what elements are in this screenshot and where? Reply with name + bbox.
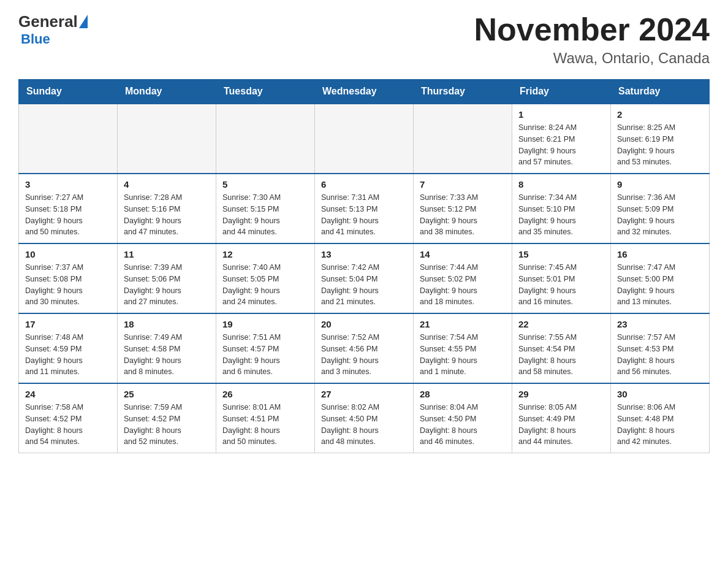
day-number: 19 (222, 319, 308, 329)
day-info: Sunrise: 7:47 AMSunset: 5:00 PMDaylight:… (617, 262, 703, 308)
calendar-day-cell: 18Sunrise: 7:49 AMSunset: 4:58 PMDayligh… (118, 313, 216, 383)
day-info: Sunrise: 8:04 AMSunset: 4:50 PMDaylight:… (420, 402, 506, 448)
day-number: 12 (222, 249, 308, 259)
day-number: 26 (222, 389, 308, 399)
day-number: 9 (617, 179, 703, 190)
calendar-day-cell: 27Sunrise: 8:02 AMSunset: 4:50 PMDayligh… (315, 383, 414, 453)
day-number: 22 (518, 319, 604, 329)
calendar-day-cell (118, 104, 216, 174)
day-info: Sunrise: 8:24 AMSunset: 6:21 PMDaylight:… (518, 122, 604, 168)
day-number: 23 (617, 319, 703, 329)
day-info: Sunrise: 7:57 AMSunset: 4:53 PMDaylight:… (617, 332, 703, 378)
day-number: 1 (518, 109, 604, 120)
logo: General Blue (18, 12, 88, 47)
calendar-day-cell: 13Sunrise: 7:42 AMSunset: 5:04 PMDayligh… (315, 243, 414, 313)
calendar-day-header: Tuesday (216, 80, 315, 104)
day-number: 29 (518, 389, 604, 399)
calendar-week-row: 24Sunrise: 7:58 AMSunset: 4:52 PMDayligh… (19, 383, 710, 453)
day-number: 8 (518, 179, 604, 190)
day-info: Sunrise: 7:55 AMSunset: 4:54 PMDaylight:… (518, 332, 604, 378)
day-info: Sunrise: 7:48 AMSunset: 4:59 PMDaylight:… (25, 332, 111, 378)
day-info: Sunrise: 8:25 AMSunset: 6:19 PMDaylight:… (617, 122, 703, 168)
title-block: November 2024 Wawa, Ontario, Canada (474, 12, 710, 67)
day-info: Sunrise: 7:31 AMSunset: 5:13 PMDaylight:… (321, 192, 407, 238)
calendar-table: SundayMondayTuesdayWednesdayThursdayFrid… (18, 79, 710, 453)
day-number: 11 (124, 249, 210, 259)
calendar-day-cell (414, 104, 512, 174)
day-info: Sunrise: 7:36 AMSunset: 5:09 PMDaylight:… (617, 192, 703, 238)
day-number: 20 (321, 319, 407, 329)
day-number: 6 (321, 179, 407, 190)
calendar-day-cell: 23Sunrise: 7:57 AMSunset: 4:53 PMDayligh… (611, 313, 710, 383)
calendar-day-cell: 7Sunrise: 7:33 AMSunset: 5:12 PMDaylight… (414, 174, 512, 243)
calendar-day-cell: 9Sunrise: 7:36 AMSunset: 5:09 PMDaylight… (611, 174, 710, 243)
logo-blue-text: Blue (21, 31, 88, 47)
calendar-day-cell: 28Sunrise: 8:04 AMSunset: 4:50 PMDayligh… (414, 383, 512, 453)
day-number: 10 (25, 249, 111, 259)
calendar-day-cell: 16Sunrise: 7:47 AMSunset: 5:00 PMDayligh… (611, 243, 710, 313)
day-info: Sunrise: 7:49 AMSunset: 4:58 PMDaylight:… (124, 332, 210, 378)
day-number: 25 (124, 389, 210, 399)
calendar-day-cell: 4Sunrise: 7:28 AMSunset: 5:16 PMDaylight… (118, 174, 216, 243)
calendar-day-cell: 3Sunrise: 7:27 AMSunset: 5:18 PMDaylight… (19, 174, 118, 243)
day-number: 28 (420, 389, 506, 399)
day-info: Sunrise: 7:33 AMSunset: 5:12 PMDaylight:… (420, 192, 506, 238)
calendar-week-row: 1Sunrise: 8:24 AMSunset: 6:21 PMDaylight… (19, 104, 710, 174)
page-header: General Blue November 2024 Wawa, Ontario… (18, 12, 710, 67)
calendar-day-cell: 1Sunrise: 8:24 AMSunset: 6:21 PMDaylight… (512, 104, 611, 174)
logo-triangle-icon (79, 15, 88, 28)
calendar-day-cell: 14Sunrise: 7:44 AMSunset: 5:02 PMDayligh… (414, 243, 512, 313)
day-info: Sunrise: 7:30 AMSunset: 5:15 PMDaylight:… (222, 192, 308, 238)
day-number: 27 (321, 389, 407, 399)
calendar-day-cell: 22Sunrise: 7:55 AMSunset: 4:54 PMDayligh… (512, 313, 611, 383)
calendar-day-header: Thursday (414, 80, 512, 104)
day-info: Sunrise: 7:40 AMSunset: 5:05 PMDaylight:… (222, 262, 308, 308)
day-number: 17 (25, 319, 111, 329)
calendar-day-cell: 21Sunrise: 7:54 AMSunset: 4:55 PMDayligh… (414, 313, 512, 383)
day-number: 18 (124, 319, 210, 329)
calendar-day-cell: 5Sunrise: 7:30 AMSunset: 5:15 PMDaylight… (216, 174, 315, 243)
calendar-day-cell: 12Sunrise: 7:40 AMSunset: 5:05 PMDayligh… (216, 243, 315, 313)
day-info: Sunrise: 8:06 AMSunset: 4:48 PMDaylight:… (617, 402, 703, 448)
calendar-day-cell: 24Sunrise: 7:58 AMSunset: 4:52 PMDayligh… (19, 383, 118, 453)
day-info: Sunrise: 8:01 AMSunset: 4:51 PMDaylight:… (222, 402, 308, 448)
calendar-day-header: Monday (118, 80, 216, 104)
calendar-week-row: 17Sunrise: 7:48 AMSunset: 4:59 PMDayligh… (19, 313, 710, 383)
day-info: Sunrise: 7:54 AMSunset: 4:55 PMDaylight:… (420, 332, 506, 378)
day-info: Sunrise: 7:37 AMSunset: 5:08 PMDaylight:… (25, 262, 111, 308)
day-number: 24 (25, 389, 111, 399)
calendar-day-header: Sunday (19, 80, 118, 104)
calendar-day-cell: 15Sunrise: 7:45 AMSunset: 5:01 PMDayligh… (512, 243, 611, 313)
page-subtitle: Wawa, Ontario, Canada (474, 50, 710, 67)
day-info: Sunrise: 7:39 AMSunset: 5:06 PMDaylight:… (124, 262, 210, 308)
day-info: Sunrise: 7:27 AMSunset: 5:18 PMDaylight:… (25, 192, 111, 238)
calendar-header-row: SundayMondayTuesdayWednesdayThursdayFrid… (19, 80, 710, 104)
logo-general-text: General (18, 12, 78, 31)
day-info: Sunrise: 7:28 AMSunset: 5:16 PMDaylight:… (124, 192, 210, 238)
page-title: November 2024 (474, 12, 710, 47)
calendar-day-cell: 30Sunrise: 8:06 AMSunset: 4:48 PMDayligh… (611, 383, 710, 453)
day-info: Sunrise: 8:05 AMSunset: 4:49 PMDaylight:… (518, 402, 604, 448)
day-info: Sunrise: 7:34 AMSunset: 5:10 PMDaylight:… (518, 192, 604, 238)
day-info: Sunrise: 7:58 AMSunset: 4:52 PMDaylight:… (25, 402, 111, 448)
day-info: Sunrise: 7:52 AMSunset: 4:56 PMDaylight:… (321, 332, 407, 378)
day-number: 21 (420, 319, 506, 329)
calendar-day-header: Friday (512, 80, 611, 104)
day-number: 16 (617, 249, 703, 259)
calendar-day-cell (216, 104, 315, 174)
day-number: 7 (420, 179, 506, 190)
day-number: 5 (222, 179, 308, 190)
calendar-day-cell: 26Sunrise: 8:01 AMSunset: 4:51 PMDayligh… (216, 383, 315, 453)
calendar-day-cell: 19Sunrise: 7:51 AMSunset: 4:57 PMDayligh… (216, 313, 315, 383)
calendar-day-cell: 8Sunrise: 7:34 AMSunset: 5:10 PMDaylight… (512, 174, 611, 243)
day-info: Sunrise: 8:02 AMSunset: 4:50 PMDaylight:… (321, 402, 407, 448)
day-info: Sunrise: 7:44 AMSunset: 5:02 PMDaylight:… (420, 262, 506, 308)
calendar-week-row: 10Sunrise: 7:37 AMSunset: 5:08 PMDayligh… (19, 243, 710, 313)
day-info: Sunrise: 7:51 AMSunset: 4:57 PMDaylight:… (222, 332, 308, 378)
calendar-day-header: Saturday (611, 80, 710, 104)
calendar-week-row: 3Sunrise: 7:27 AMSunset: 5:18 PMDaylight… (19, 174, 710, 243)
day-number: 2 (617, 109, 703, 120)
day-info: Sunrise: 7:45 AMSunset: 5:01 PMDaylight:… (518, 262, 604, 308)
calendar-day-cell: 29Sunrise: 8:05 AMSunset: 4:49 PMDayligh… (512, 383, 611, 453)
calendar-day-cell: 11Sunrise: 7:39 AMSunset: 5:06 PMDayligh… (118, 243, 216, 313)
